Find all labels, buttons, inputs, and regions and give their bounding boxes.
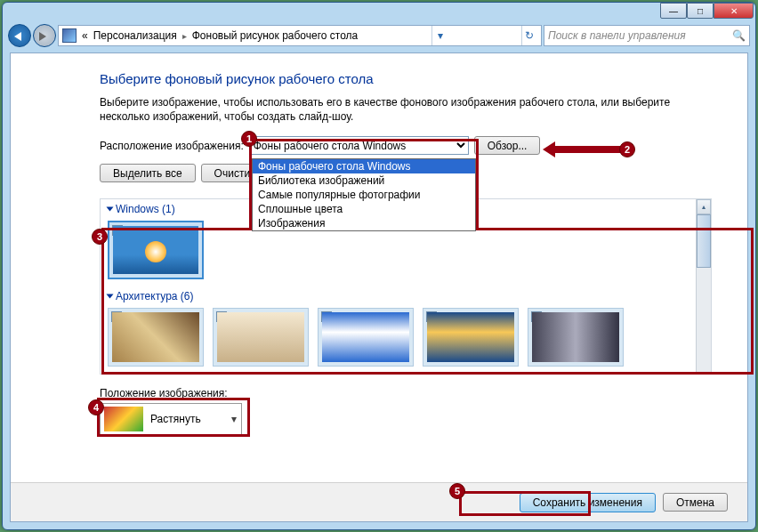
select-all-button[interactable]: Выделить все [100, 164, 196, 182]
location-label: Расположение изображения: [100, 140, 244, 152]
close-button[interactable]: ✕ [714, 3, 754, 19]
dropdown-option[interactable]: Фоны рабочего стола Windows [253, 159, 475, 173]
forward-arrow-icon [39, 32, 46, 41]
location-dropdown-list[interactable]: Фоны рабочего стола Windows Библиотека и… [252, 158, 476, 231]
cancel-button[interactable]: Отмена [663, 493, 728, 512]
position-preview-icon [104, 407, 143, 431]
wallpaper-thumb[interactable]: ✓ [108, 308, 204, 367]
expand-icon [107, 207, 114, 212]
search-icon[interactable]: 🔍 [732, 29, 746, 42]
location-icon [62, 28, 77, 43]
address-dropdown-icon[interactable]: ▾ [431, 26, 448, 45]
group-label: Архитектура (6) [116, 290, 194, 302]
wallpaper-thumb[interactable]: ✓ [213, 308, 309, 367]
search-input[interactable]: Поиск в панели управления 🔍 [544, 25, 750, 46]
titlebar: — □ ✕ [3, 3, 755, 22]
annotation-callout: 1 [241, 131, 257, 147]
dropdown-option[interactable]: Сплошные цвета [253, 202, 475, 216]
content-frame: Выберите фоновый рисунок рабочего стола … [10, 52, 748, 522]
wallpaper-thumb[interactable]: ✓ [528, 308, 624, 367]
wallpaper-thumb[interactable]: ✓ [423, 308, 519, 367]
annotation-arrow-icon [552, 146, 623, 153]
expand-icon [107, 294, 114, 299]
window-frame: — □ ✕ « Персонализация ▸ Фоновый рисунок… [2, 2, 756, 530]
scroll-thumb[interactable] [697, 214, 711, 268]
position-value: Растянуть [150, 413, 227, 425]
back-button[interactable] [8, 24, 31, 47]
thumb-image [113, 226, 198, 274]
refresh-button[interactable]: ↻ [521, 26, 537, 45]
chevron-down-icon: ▾ [227, 413, 241, 425]
position-combo[interactable]: Растянуть ▾ [100, 403, 242, 435]
image-location-combo[interactable]: Фоны рабочего стола Windows [249, 136, 469, 155]
page-description: Выберите изображение, чтобы использовать… [100, 95, 712, 124]
group-header-architecture[interactable]: Архитектура (6) [101, 286, 711, 306]
annotation-callout: 5 [449, 483, 465, 499]
thumb-image [112, 312, 199, 362]
thumb-image [322, 312, 409, 362]
position-label: Положение изображения: [100, 387, 712, 399]
breadcrumb[interactable]: Персонализация [93, 29, 177, 42]
annotation-callout: 4 [88, 399, 104, 415]
maximize-button[interactable]: □ [687, 3, 714, 19]
group-label: Windows (1) [116, 203, 175, 215]
thumb-image [532, 312, 619, 362]
breadcrumb[interactable]: Фоновый рисунок рабочего стола [192, 29, 359, 42]
gallery-scrollbar[interactable]: ▴ [696, 199, 711, 374]
window-controls: — □ ✕ [660, 3, 754, 19]
wallpaper-thumb[interactable]: ✓ [318, 308, 414, 367]
forward-button[interactable] [33, 24, 56, 47]
browse-button[interactable]: Обзор... [474, 136, 541, 155]
scroll-up-button[interactable]: ▴ [697, 199, 711, 214]
minimize-button[interactable]: — [660, 3, 687, 19]
dropdown-option[interactable]: Изображения [253, 216, 475, 230]
save-button[interactable]: Сохранить изменения [520, 493, 656, 512]
page-title: Выберите фоновый рисунок рабочего стола [100, 71, 712, 86]
annotation-callout: 3 [92, 229, 108, 245]
address-bar: « Персонализация ▸ Фоновый рисунок рабоч… [8, 22, 750, 49]
wallpaper-thumb[interactable]: ✓ [108, 221, 204, 279]
thumb-image [217, 312, 304, 362]
search-placeholder: Поиск в панели управления [548, 29, 686, 42]
thumb-image [427, 312, 514, 362]
address-prefix: « [82, 29, 88, 42]
footer-bar: Сохранить изменения Отмена [11, 482, 747, 521]
breadcrumb-separator-icon: ▸ [182, 31, 187, 41]
dropdown-option[interactable]: Библиотека изображений [253, 173, 475, 188]
annotation-callout: 2 [619, 141, 635, 157]
dropdown-option[interactable]: Самые популярные фотографии [253, 188, 475, 202]
address-field[interactable]: « Персонализация ▸ Фоновый рисунок рабоч… [58, 25, 542, 46]
back-arrow-icon [14, 32, 21, 41]
content-area: Выберите фоновый рисунок рабочего стола … [11, 53, 747, 482]
